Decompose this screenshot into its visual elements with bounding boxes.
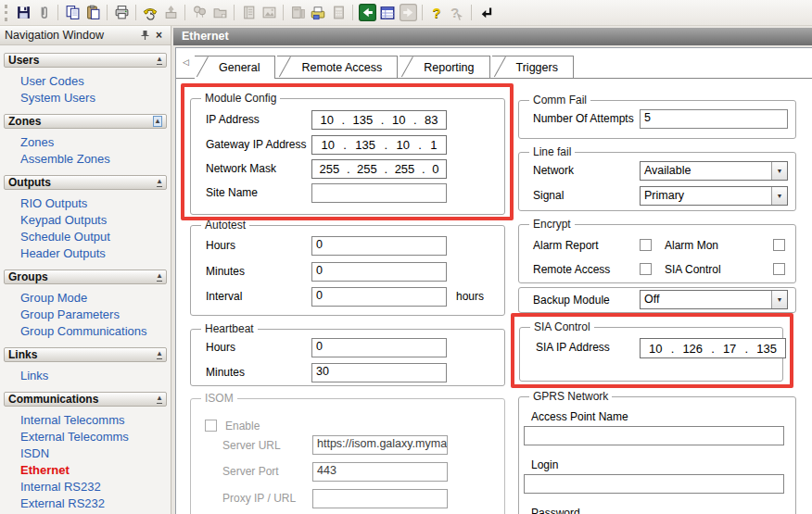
chevron-down-icon[interactable]: ▼ [771,162,787,180]
sidebar-item-external-telecomms[interactable]: External Telecomms [0,429,171,445]
server-port-field[interactable]: 443 [312,462,448,482]
panel-config-icon[interactable] [287,3,308,23]
back-icon[interactable] [357,3,377,23]
group-caption: GPRS Network [529,390,612,403]
collapse-icon[interactable]: ▴ [157,272,162,282]
signal-dropdown[interactable]: Primary ▼ [640,186,788,206]
attempts-field[interactable]: 5 [640,109,788,129]
context-help-icon[interactable]: ? [447,3,467,23]
password-label: Password [531,507,580,514]
sidebar-item-isdn[interactable]: ISDN [0,445,171,462]
network-mask-field[interactable]: 255.255.255.0 [311,159,447,179]
return-icon[interactable] [476,3,496,23]
fax-icon[interactable] [308,3,328,23]
sidebar-item-user-codes[interactable]: User Codes [0,73,171,90]
help-icon[interactable]: ? [426,3,447,23]
remote-access-checkbox[interactable] [640,263,652,275]
ip-dot: . [671,342,675,356]
sia-control-enc-label: SIA Control [665,263,721,276]
sidebar-item-group-communications[interactable]: Group Communications [0,323,171,340]
nav-group-outputs: RIO Outputs Keypad Outputs Schedule Outp… [0,195,171,262]
server-url-field[interactable]: https://isom.galaxy.mymaxproc [312,435,448,455]
sidebar-item-assemble-zones[interactable]: Assemble Zones [0,151,171,168]
nav-section-links[interactable]: Links ▴ [4,347,167,362]
chevron-down-icon[interactable]: ▼ [771,187,787,205]
save-icon[interactable] [13,3,33,23]
toolbar-separator [57,5,58,20]
sia-control-checkbox[interactable] [773,263,785,275]
upload-icon[interactable] [160,3,181,23]
network-dropdown[interactable]: Available ▼ [640,161,788,181]
calculator-icon[interactable] [328,3,349,23]
sidebar-item-internal-telecomms[interactable]: Internal Telecomms [0,412,171,429]
nav-section-users[interactable]: Users ▴ [4,53,167,68]
login-field[interactable] [524,474,784,494]
sidebar-item-rio-outputs[interactable]: RIO Outputs [0,195,171,212]
isom-enable-checkbox[interactable] [205,420,217,432]
log-viewer-icon[interactable] [238,3,259,23]
site-name-field[interactable] [311,183,447,203]
tab-reporting[interactable]: Reporting [400,56,489,78]
tab-general[interactable]: General [195,56,275,79]
autotest-interval-label: Interval [206,290,242,303]
sidebar-item-internal-rs232[interactable]: Internal RS232 [0,479,171,495]
heartbeat-hours-field[interactable]: 0 [311,338,447,357]
form-view-icon[interactable] [377,3,398,23]
sidebar-item-ethernet[interactable]: Ethernet [0,462,171,479]
collapse-icon[interactable]: ▴ [157,56,162,65]
nav-section-label: Communications [8,393,98,406]
events-icon[interactable] [189,3,209,23]
tab-triggers[interactable]: Triggers [492,56,574,78]
copy-icon[interactable] [62,3,82,23]
autotest-minutes-field[interactable]: 0 [311,262,447,282]
sia-ip-field[interactable]: 10.126.17.135 [640,338,786,358]
tab-remote-access[interactable]: Remote Access [277,56,398,78]
ip-dot: . [413,113,417,127]
autotest-hours-field[interactable]: 0 [311,236,447,256]
apn-field[interactable] [524,426,784,445]
ip-dot: . [341,113,345,127]
collapse-icon[interactable]: ▴ [157,395,162,404]
sidebar-item-external-rs232[interactable]: External RS232 [0,495,171,512]
close-icon[interactable]: × [152,29,166,43]
sidebar-item-header-outputs[interactable]: Header Outputs [0,245,171,262]
collapse-icon[interactable]: ▴ [157,178,162,187]
collapse-icon[interactable]: ▴ [153,116,162,127]
sidebar-item-schedule-output[interactable]: Schedule Output [0,229,171,245]
folder-icon[interactable] [209,3,230,23]
ip-address-field[interactable]: 10.135.10.83 [311,110,447,130]
collapse-icon[interactable]: ▴ [157,350,162,359]
nav-section-zones[interactable]: Zones ▴ [4,114,167,129]
proxy-url-label: Proxy IP / URL [222,492,296,505]
sidebar-item-group-parameters[interactable]: Group Parameters [0,307,171,323]
nav-section-communications[interactable]: Communications ▴ [4,392,167,407]
navigation-panel: Navigation Window × Users ▴ User Codes S… [0,26,171,514]
proxy-url-field[interactable] [312,489,448,508]
alarm-report-checkbox[interactable] [640,239,652,251]
ip-dot: . [418,138,422,152]
sidebar-item-system-users[interactable]: System Users [0,90,171,107]
nav-section-outputs[interactable]: Outputs ▴ [4,175,167,190]
forward-icon[interactable] [398,3,418,23]
pin-icon[interactable] [138,29,152,43]
sidebar-item-keypad-outputs[interactable]: Keypad Outputs [0,212,171,229]
dial-icon[interactable] [140,3,160,23]
chevron-down-icon[interactable]: ▼ [771,291,787,308]
heartbeat-minutes-field[interactable]: 30 [311,363,447,382]
gateway-ip-field[interactable]: 10.135.10.1 [311,135,447,155]
paste-icon[interactable] [82,3,103,23]
ip-octet: 255 [395,162,415,176]
image-viewer-icon[interactable] [259,3,279,23]
toolbar-grip[interactable] [5,5,7,21]
backup-module-dropdown[interactable]: Off ▼ [640,290,788,309]
sidebar-item-zones[interactable]: Zones [0,134,171,151]
nav-section-groups[interactable]: Groups ▴ [4,270,167,284]
print-icon[interactable] [111,3,132,23]
sidebar-item-group-mode[interactable]: Group Mode [0,290,171,307]
alarm-mon-checkbox[interactable] [773,239,785,251]
ip-octet: 135 [355,138,375,152]
tab-strip: General Remote Access Reporting Triggers [176,54,812,79]
sidebar-item-links[interactable]: Links [0,368,171,384]
attachments-icon[interactable] [33,3,54,23]
autotest-interval-field[interactable]: 0 [311,287,447,307]
